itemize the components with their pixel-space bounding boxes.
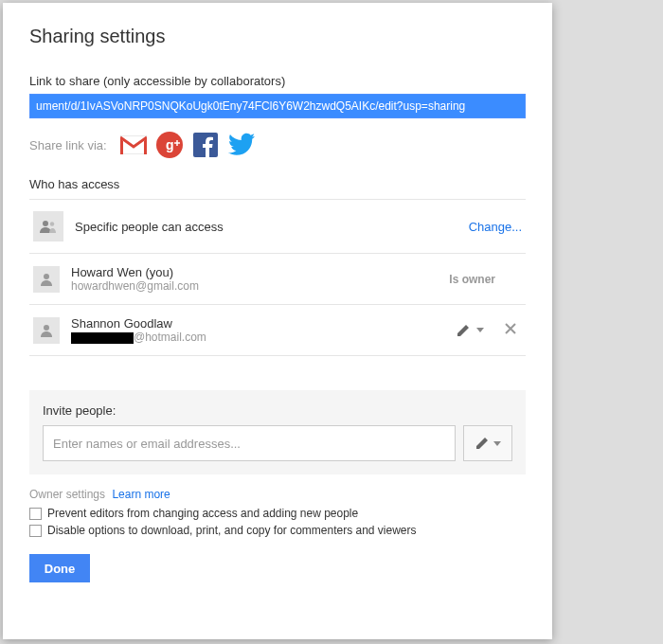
facebook-icon[interactable] (192, 132, 219, 158)
sharing-dialog: Sharing settings Link to share (only acc… (3, 3, 552, 639)
owner-settings-section: Owner settings Learn more Prevent editor… (29, 488, 526, 541)
svg-point-6 (44, 274, 49, 279)
close-icon (505, 323, 516, 334)
redacted-text (71, 332, 134, 344)
owner-badge: Is owner (449, 273, 495, 286)
invite-input[interactable] (43, 425, 456, 461)
google-plus-icon[interactable]: g (156, 132, 183, 158)
who-has-access-label: Who has access (29, 177, 526, 191)
person-email: howardhwen@gmail.com (71, 279, 438, 293)
person-name: Howard Wen (you) (71, 265, 438, 279)
dialog-title: Sharing settings (29, 26, 526, 47)
checkbox-label: Disable options to download, print, and … (47, 524, 417, 537)
svg-point-7 (44, 325, 49, 331)
share-link-input[interactable] (29, 94, 526, 118)
person-row-collaborator: Shannon Goodlaw @hotmail.com (29, 305, 526, 356)
svg-point-4 (43, 221, 48, 226)
permission-dropdown[interactable] (456, 323, 484, 338)
twitter-icon[interactable] (228, 132, 255, 158)
invite-permission-dropdown[interactable] (463, 425, 512, 461)
checkbox-disable-download[interactable] (29, 525, 42, 537)
svg-rect-0 (120, 135, 147, 154)
access-summary-row: Specific people can access Change... (29, 200, 526, 254)
pencil-icon (456, 323, 471, 338)
invite-label: Invite people: (43, 403, 512, 418)
person-icon (33, 266, 60, 293)
gmail-icon[interactable] (120, 132, 147, 158)
svg-point-5 (50, 222, 54, 225)
invite-section: Invite people: (29, 390, 526, 474)
owner-settings-label: Owner settings (29, 488, 105, 501)
share-via-row: Share link via: g (29, 132, 526, 158)
remove-person-button[interactable] (505, 323, 516, 337)
done-button[interactable]: Done (29, 554, 90, 582)
person-name: Shannon Goodlaw (71, 316, 444, 331)
chevron-down-icon (476, 328, 484, 332)
svg-text:g: g (166, 137, 174, 152)
row-actions (456, 323, 516, 338)
person-icon (33, 317, 60, 344)
checkbox-prevent-editors[interactable] (29, 508, 42, 520)
people-icon (33, 211, 63, 242)
person-email: @hotmail.com (71, 331, 444, 344)
pencil-icon (475, 436, 490, 451)
share-via-label: Share link via: (29, 138, 107, 152)
access-summary-text: Specific people can access (75, 220, 457, 234)
access-list: Specific people can access Change... How… (29, 199, 526, 356)
change-access-link[interactable]: Change... (469, 220, 522, 234)
chevron-down-icon (493, 441, 501, 446)
person-row-owner: Howard Wen (you) howardhwen@gmail.com Is… (29, 254, 526, 305)
learn-more-link[interactable]: Learn more (112, 488, 170, 501)
checkbox-label: Prevent editors from changing access and… (47, 507, 358, 520)
link-label: Link to share (only accessible by collab… (29, 74, 526, 88)
